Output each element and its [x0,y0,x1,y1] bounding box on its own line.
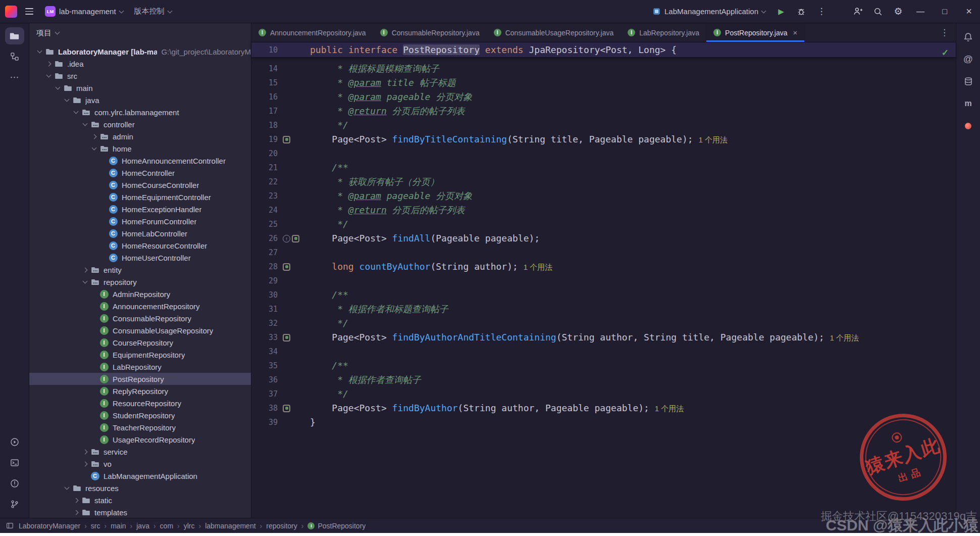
toolwindow-toggle-icon[interactable] [6,522,14,529]
line-number[interactable]: 20 [251,149,278,158]
line-number[interactable]: 32 [251,319,278,328]
tree-item[interactable]: main [29,82,251,94]
code-line[interactable]: 37 */ [251,387,956,401]
tree-item[interactable]: ITeacherRepository [29,421,251,433]
line-number[interactable]: 10 [251,45,278,55]
tree-item[interactable]: admin [29,130,251,142]
tree-item[interactable]: ILabRepository [29,361,251,373]
structure-button[interactable] [5,48,24,65]
tree-toggle[interactable] [34,51,44,53]
tree-item[interactable]: entity [29,264,251,276]
breadcrumb-item[interactable]: repository [266,522,297,530]
inspection-ok-icon[interactable]: ✓ [942,47,949,58]
editor-tab[interactable]: IConsumableUsageRepository.java [487,23,621,42]
vcs-widget[interactable]: 版本控制 [130,4,176,19]
tree-item[interactable]: IStudentRepository [29,409,251,421]
tree-toggle[interactable] [89,135,99,138]
line-number[interactable]: 33 [251,333,278,342]
tree-item[interactable]: static [29,494,251,506]
override-marker-icon[interactable]: ↑ [283,235,290,242]
tree-toggle[interactable] [80,123,90,125]
tree-toggle[interactable] [43,62,54,66]
tree-item[interactable]: CHomeCourseController [29,179,251,191]
tree-item[interactable]: IConsumableUsageRepository [29,324,251,336]
project-folder-button[interactable] [5,27,24,44]
breadcrumb-item[interactable]: com [160,522,173,530]
database-button[interactable] [959,73,978,90]
tree-item[interactable]: src [29,70,251,82]
tree-item[interactable]: CLabManagementApplication [29,470,251,482]
bean-marker-icon[interactable] [283,334,290,342]
tree-toggle[interactable] [80,268,90,272]
code-line[interactable]: 16 * @param pageable 分页对象 [251,90,956,104]
code-line[interactable]: 17 * @return 分页后的帖子列表 [251,104,956,118]
line-number[interactable]: 37 [251,389,278,399]
line-number[interactable]: 23 [251,191,278,201]
tree-toggle[interactable] [62,487,72,489]
tree-item[interactable]: IEquipmentRepository [29,349,251,361]
tree-item[interactable]: IPostRepository [29,373,251,385]
code-line[interactable]: 30 /** [251,288,956,302]
tree-item[interactable]: CHomeLabController [29,227,251,239]
settings-button[interactable]: ⚙ [889,4,907,20]
tree-item[interactable]: templates [29,506,251,518]
line-number[interactable]: 39 [251,418,278,427]
tree-item[interactable]: CHomeExceptionHandler [29,203,251,215]
tree-item[interactable]: CHomeAnnouncementController [29,155,251,167]
problems-button[interactable] [5,475,24,492]
bean-marker-icon[interactable] [283,405,290,412]
code-line[interactable]: 25 */ [251,217,956,231]
line-number[interactable]: 31 [251,305,278,314]
code-line[interactable]: 21 /** [251,161,956,175]
tree-item[interactable]: CHomeForumController [29,215,251,227]
code-line[interactable]: 23 * @param pageable 分页对象 [251,189,956,203]
line-number[interactable]: 28 [251,262,278,271]
maven-button[interactable]: m [959,95,978,112]
more-run-options-button[interactable]: ⋮ [812,4,831,20]
code-line[interactable]: 31 * 根据作者和标题查询帖子 [251,302,956,316]
line-number[interactable]: 36 [251,375,278,384]
line-number[interactable]: 38 [251,404,278,413]
plugin-red-button[interactable] [959,117,978,134]
tree-item[interactable]: IReplyRepository [29,385,251,397]
debug-button[interactable] [792,4,810,20]
code-line[interactable]: 20 [251,147,956,161]
close-tab-icon[interactable]: × [793,28,798,37]
sticky-declaration-line[interactable]: 10public interface PostRepository extend… [251,42,956,58]
tree-item[interactable]: vo [29,458,251,470]
close-button[interactable]: × [958,0,980,23]
code-line[interactable]: 10public interface PostRepository extend… [251,43,956,57]
line-number[interactable]: 22 [251,177,278,186]
tree-toggle[interactable] [71,511,81,514]
tree-item[interactable]: home [29,142,251,155]
tree-item[interactable]: IAdminRepository [29,288,251,300]
editor-tab[interactable]: IPostRepository.java× [706,23,804,42]
tree-item[interactable]: IResourceRepository [29,397,251,409]
line-number[interactable]: 29 [251,276,278,285]
tree-item[interactable]: LaboratoryManager [lab-management]G:\git… [29,45,251,58]
tree-item[interactable]: CHomeResourceController [29,239,251,252]
breadcrumb-item[interactable]: main [111,522,126,530]
bean-marker-icon[interactable] [283,136,290,143]
line-number[interactable]: 16 [251,92,278,102]
tree-toggle[interactable] [71,111,81,113]
code-line[interactable]: 22 * 获取所有帖子（分页） [251,175,956,189]
notifications-bell-button[interactable] [959,28,978,45]
ai-assistant-button[interactable]: @ [959,51,978,68]
breadcrumb-item[interactable]: src [91,522,100,530]
tree-item[interactable]: resources [29,482,251,494]
minimize-button[interactable]: — [909,0,932,23]
project-widget[interactable]: LM lab-management [40,3,128,20]
code-line[interactable]: 24 * @return 分页后的帖子列表 [251,203,956,217]
line-number[interactable]: 34 [251,347,278,356]
code-line[interactable]: 34 [251,345,956,359]
maximize-button[interactable]: □ [934,0,956,23]
tree-item[interactable]: service [29,446,251,458]
line-number[interactable]: 26 [251,234,278,243]
tab-options-button[interactable]: ⋮ [936,27,953,38]
tree-item[interactable]: CHomeController [29,167,251,179]
run-button[interactable]: ▶ [772,4,790,20]
tree-toggle[interactable] [80,281,90,283]
line-number[interactable]: 14 [251,64,278,73]
line-number[interactable]: 27 [251,248,278,257]
